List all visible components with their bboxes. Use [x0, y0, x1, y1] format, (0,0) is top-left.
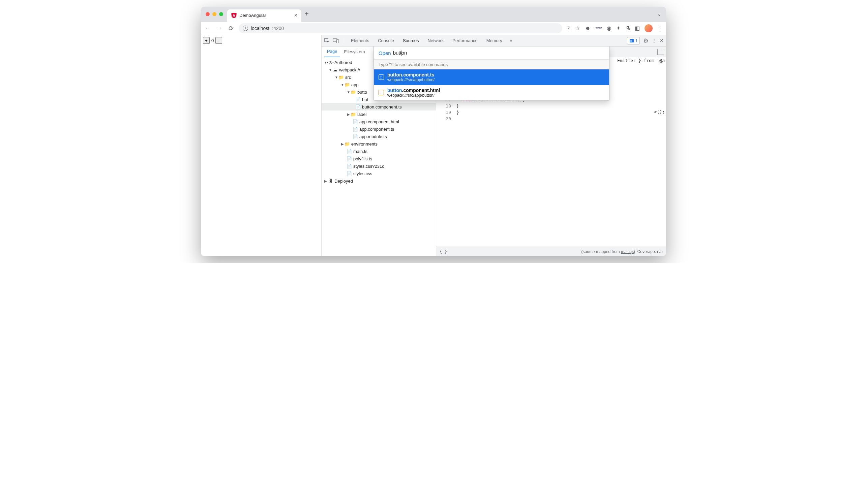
tree-app-module[interactable]: 📄app.module.ts: [322, 133, 436, 140]
palette-hint: Type '?' to see available commands: [374, 59, 609, 69]
chrome-menu-icon[interactable]: ⋮: [657, 25, 663, 31]
settings-gear-icon[interactable]: ⚙: [643, 37, 649, 44]
address-bar: ← → ⟳ i localhost:4200 ⇪ ☆ ☻ 👓 ◉ ✦ ⚗ ◧ ⋮: [201, 22, 666, 35]
inspect-element-icon[interactable]: [324, 38, 332, 43]
sidepanel-icon[interactable]: ◧: [635, 25, 640, 31]
minimize-window-button[interactable]: [212, 12, 216, 16]
import-fragment: Emitter } from '@a: [617, 58, 665, 63]
extension-icon-3[interactable]: ◉: [607, 25, 611, 31]
devtools-menu-icon[interactable]: ⋮: [652, 38, 656, 43]
close-window-button[interactable]: [206, 12, 210, 16]
reload-button[interactable]: ⟳: [227, 25, 235, 32]
labs-icon[interactable]: ⚗: [625, 25, 630, 31]
back-button[interactable]: ←: [204, 25, 212, 32]
tree-deployed[interactable]: ▶🗄Deployed: [322, 177, 436, 185]
editor-footer: { } (source mapped from main.js) Coverag…: [436, 246, 666, 256]
pretty-print-icon[interactable]: { }: [440, 249, 447, 254]
tree-polyfills[interactable]: 📄polyfills.ts: [322, 155, 436, 162]
navigator-tab-page[interactable]: Page: [324, 46, 340, 57]
file-icon: ⬚: [378, 90, 384, 95]
devtools: Elements Console Sources Network Perform…: [322, 35, 666, 256]
share-icon[interactable]: ⇪: [566, 25, 571, 31]
page-viewport: + 0 -: [201, 35, 322, 256]
palette-result-1[interactable]: ⬚ button.component.html webpack:///src/a…: [374, 85, 609, 100]
tree-app-ts[interactable]: 📄app.component.ts: [322, 125, 436, 133]
decrement-button[interactable]: -: [215, 37, 222, 44]
toggle-sidebar-icon[interactable]: [657, 49, 664, 55]
tab-performance[interactable]: Performance: [448, 35, 481, 46]
devtools-body: Page Filesystem ▼</>Authored ▼☁webpack:/…: [322, 46, 666, 256]
angular-favicon: A: [231, 13, 237, 18]
extensions-puzzle-icon[interactable]: ✦: [616, 25, 621, 31]
issues-badge[interactable]: 1: [627, 37, 640, 44]
browser-window: A DemoAngular × + ⌄ ← → ⟳ i localhost:42…: [201, 7, 666, 256]
tab-memory[interactable]: Memory: [482, 35, 506, 46]
tree-label-folder[interactable]: ▶📁label: [322, 110, 436, 118]
output-fragment: >();: [654, 109, 665, 114]
palette-input[interactable]: Open button: [374, 46, 609, 59]
site-info-icon[interactable]: i: [243, 25, 248, 31]
bookmark-icon[interactable]: ☆: [575, 25, 580, 31]
maximize-window-button[interactable]: [219, 12, 223, 16]
devtools-tabs: Elements Console Sources Network Perform…: [322, 35, 666, 46]
tree-app-html[interactable]: 📄app.component.html: [322, 118, 436, 125]
window-controls: [206, 12, 223, 16]
issues-count: 1: [635, 39, 638, 43]
svg-rect-2: [336, 40, 339, 43]
url-port: :4200: [272, 25, 284, 31]
tree-styles[interactable]: 📄styles.css: [322, 170, 436, 177]
forward-button[interactable]: →: [216, 25, 223, 32]
source-map-link[interactable]: main.js: [621, 249, 634, 254]
palette-query: button: [393, 50, 407, 56]
tree-environments[interactable]: ▶📁environments: [322, 140, 436, 147]
extension-icon-2[interactable]: 👓: [595, 25, 602, 31]
source-mapped-label: (source mapped from main.js): [581, 249, 635, 254]
browser-tab[interactable]: A DemoAngular ×: [227, 9, 301, 22]
tree-main-ts[interactable]: 📄main.ts: [322, 147, 436, 155]
tab-sources[interactable]: Sources: [399, 35, 423, 46]
omnibox[interactable]: i localhost:4200: [239, 23, 562, 33]
tabs-dropdown-icon[interactable]: ⌄: [657, 11, 661, 17]
increment-button[interactable]: +: [203, 37, 210, 44]
close-tab-icon[interactable]: ×: [294, 12, 297, 19]
device-toolbar-icon[interactable]: [333, 39, 341, 43]
profile-avatar[interactable]: [644, 24, 653, 32]
tree-styles-q[interactable]: 📄styles.css?231c: [322, 162, 436, 170]
extension-icon-1[interactable]: ☻: [585, 25, 591, 31]
titlebar: A DemoAngular × + ⌄: [201, 7, 666, 22]
counter-value: 0: [211, 38, 214, 43]
close-devtools-icon[interactable]: ×: [660, 37, 663, 44]
navigator-tab-filesystem[interactable]: Filesystem: [341, 46, 367, 57]
command-palette: Open button Type '?' to see available co…: [374, 46, 609, 101]
file-icon: ⬚: [378, 75, 384, 80]
tab-elements[interactable]: Elements: [347, 35, 373, 46]
new-tab-button[interactable]: +: [305, 10, 309, 18]
palette-mode-label: Open: [378, 50, 391, 56]
url-host: localhost: [251, 25, 269, 31]
tab-title: DemoAngular: [239, 13, 292, 18]
tab-network[interactable]: Network: [424, 35, 448, 46]
tree-button-ts[interactable]: 📄button.component.ts: [322, 103, 436, 110]
demo-counter: + 0 -: [203, 37, 319, 44]
tab-console[interactable]: Console: [374, 35, 398, 46]
palette-result-0[interactable]: ⬚ button.component.ts webpack:///src/app…: [374, 69, 609, 85]
content-area: + 0 - Elements Console Sources Network P…: [201, 35, 666, 256]
more-tabs-icon[interactable]: »: [507, 38, 515, 43]
coverage-label: Coverage: n/a: [638, 249, 663, 254]
